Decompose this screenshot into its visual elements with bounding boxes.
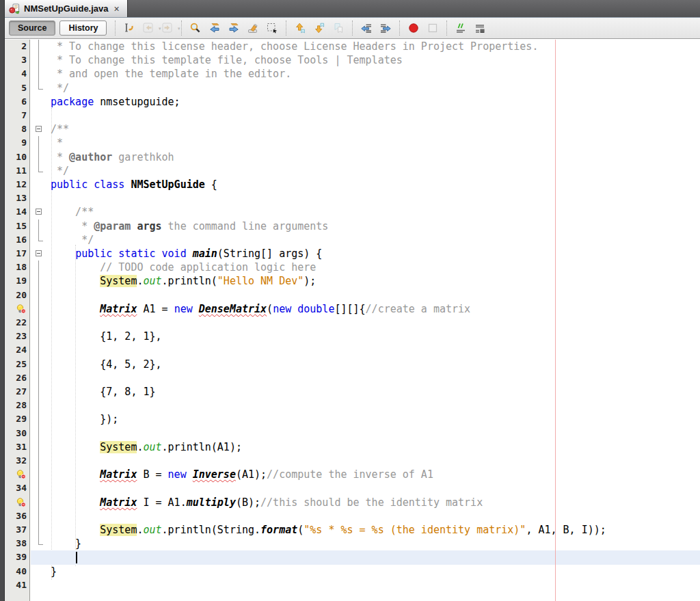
next-bookmark-button[interactable] xyxy=(310,20,328,36)
line-number[interactable]: 6 xyxy=(5,95,27,107)
line-number[interactable]: 34 xyxy=(5,481,27,493)
code-line-text[interactable]: */ xyxy=(51,164,69,178)
line-number[interactable]: 25 xyxy=(5,358,27,369)
tab-nmsetupguide-java[interactable]: NMSetUpGuide.java × xyxy=(5,0,128,17)
code-line-text[interactable]: System.out.println(String.format("%s * %… xyxy=(51,523,606,537)
history-view-button[interactable]: History xyxy=(59,21,107,36)
code-line-text[interactable]: * and open the template in the editor. xyxy=(51,67,291,81)
find-next-button[interactable] xyxy=(225,20,243,36)
code-line-text[interactable]: */ xyxy=(51,233,94,247)
line-number[interactable]: 37 xyxy=(5,523,27,535)
code-row: 40} xyxy=(5,565,700,578)
error-hint-lightbulb-icon[interactable] xyxy=(16,469,27,480)
uncomment-button[interactable] xyxy=(471,20,489,36)
line-number[interactable]: 20 xyxy=(5,289,27,300)
code-fold-guide xyxy=(35,371,44,385)
code-line-text[interactable]: }); xyxy=(51,412,118,426)
line-number[interactable]: 9 xyxy=(5,136,27,148)
last-edit-location-button[interactable] xyxy=(120,20,138,36)
code-line-text[interactable]: * To change this license header, choose … xyxy=(51,40,538,53)
line-number[interactable]: 39 xyxy=(5,550,27,562)
code-line-text[interactable]: public static void main(String[] args) { xyxy=(51,247,322,261)
code-fold-collapse-box[interactable] xyxy=(35,205,44,219)
code-line-text[interactable]: Matrix I = A1.multiply(B);//this should … xyxy=(51,496,483,509)
code-line-text[interactable]: {7, 8, 1} xyxy=(51,385,156,399)
line-number[interactable]: 4 xyxy=(5,67,27,79)
code-line-text[interactable]: * @param args the command line arguments xyxy=(51,219,328,233)
line-number[interactable]: 12 xyxy=(5,178,27,189)
find-previous-button[interactable] xyxy=(206,20,224,36)
line-number[interactable]: 26 xyxy=(5,371,27,383)
code-line-text[interactable]: /** xyxy=(51,122,69,136)
line-number[interactable]: 38 xyxy=(5,537,27,548)
code-line-text[interactable]: Matrix B = new Inverse(A1);//compute the… xyxy=(51,468,433,481)
line-number[interactable]: 40 xyxy=(5,565,27,576)
code-line-text[interactable]: // TODO code application logic here xyxy=(51,261,316,274)
find-selection-button[interactable] xyxy=(187,20,204,36)
line-number[interactable]: 16 xyxy=(5,233,27,245)
code-line-text[interactable]: {1, 2, 1}, xyxy=(51,330,162,343)
line-number[interactable]: 15 xyxy=(5,219,27,231)
code-line-text[interactable]: package nmsetupguide; xyxy=(51,95,180,109)
forward-button[interactable]: ▾ xyxy=(159,20,176,36)
toggle-bookmark-button[interactable] xyxy=(329,20,347,36)
line-number[interactable]: 32 xyxy=(5,454,27,466)
toggle-highlight-search-button[interactable] xyxy=(244,20,262,36)
toggle-rectangular-selection-button[interactable] xyxy=(263,20,281,36)
code-line-text[interactable]: } xyxy=(51,537,81,550)
line-number[interactable]: 24 xyxy=(5,343,27,355)
code-line-text[interactable]: } xyxy=(51,565,57,578)
code-editor[interactable]: 2 * To change this license header, choos… xyxy=(5,40,700,601)
line-number[interactable]: 30 xyxy=(5,427,27,438)
previous-bookmark-button[interactable] xyxy=(291,20,309,36)
back-button[interactable]: ▾ xyxy=(139,20,157,36)
line-number[interactable]: 2 xyxy=(5,40,27,51)
code-line-text[interactable]: {4, 5, 2}, xyxy=(51,358,162,371)
line-number[interactable]: 19 xyxy=(5,274,27,286)
line-number[interactable]: 17 xyxy=(5,247,27,258)
code-line-text[interactable]: System.out.println("Hello NM Dev"); xyxy=(51,274,316,288)
line-number[interactable]: 27 xyxy=(5,385,27,397)
line-number[interactable]: 29 xyxy=(5,412,27,424)
code-fold-collapse-box[interactable] xyxy=(35,122,44,136)
line-number[interactable]: 10 xyxy=(5,150,27,162)
tab-close-icon[interactable]: × xyxy=(113,4,121,14)
code-line-text[interactable]: Matrix A1 = new DenseMatrix(new double[]… xyxy=(51,302,470,316)
line-number[interactable]: 14 xyxy=(5,205,27,217)
line-number[interactable]: 5 xyxy=(5,81,27,93)
comment-button[interactable] xyxy=(452,20,470,36)
line-number[interactable]: 23 xyxy=(5,330,27,341)
line-number[interactable]: 28 xyxy=(5,399,27,410)
code-row: 12public class NMSetUpGuide { xyxy=(5,178,700,191)
code-line-text[interactable]: /** xyxy=(51,205,94,219)
line-number[interactable]: 22 xyxy=(5,316,27,328)
code-line-text[interactable]: */ xyxy=(51,81,69,95)
error-hint-lightbulb-icon[interactable] xyxy=(16,497,27,508)
line-number[interactable]: 11 xyxy=(5,164,27,176)
code-line-text[interactable]: public class NMSetUpGuide { xyxy=(51,178,217,191)
dropdown-caret-icon[interactable]: ▾ xyxy=(178,26,180,31)
line-number[interactable]: 3 xyxy=(5,53,27,65)
line-number[interactable]: 13 xyxy=(5,191,27,203)
start-macro-recording-button[interactable] xyxy=(405,20,422,36)
code-line-text[interactable]: * To change this template file, choose T… xyxy=(51,53,403,67)
code-line-text[interactable]: * @author garethkoh xyxy=(51,150,174,164)
code-fold-guide xyxy=(35,53,44,67)
code-fold-collapse-box[interactable] xyxy=(35,247,44,261)
line-number[interactable]: 31 xyxy=(5,440,27,452)
source-view-button[interactable]: Source xyxy=(9,21,55,36)
toolbar-separator xyxy=(446,21,447,36)
line-number[interactable]: 7 xyxy=(5,109,27,120)
code-fold-guide xyxy=(35,67,44,81)
code-line-text[interactable]: System.out.println(A1); xyxy=(51,440,242,454)
line-number[interactable]: 18 xyxy=(5,261,27,272)
error-hint-lightbulb-icon[interactable] xyxy=(16,304,27,315)
shift-line-right-button[interactable] xyxy=(377,20,394,36)
stop-macro-recording-button[interactable] xyxy=(424,20,442,36)
code-row: 11 */ xyxy=(5,164,700,178)
code-line-text[interactable]: * xyxy=(51,136,63,150)
line-number[interactable]: 8 xyxy=(5,122,27,134)
line-number[interactable]: 41 xyxy=(5,578,27,590)
line-number[interactable]: 36 xyxy=(5,509,27,521)
shift-line-left-button[interactable] xyxy=(358,20,375,36)
